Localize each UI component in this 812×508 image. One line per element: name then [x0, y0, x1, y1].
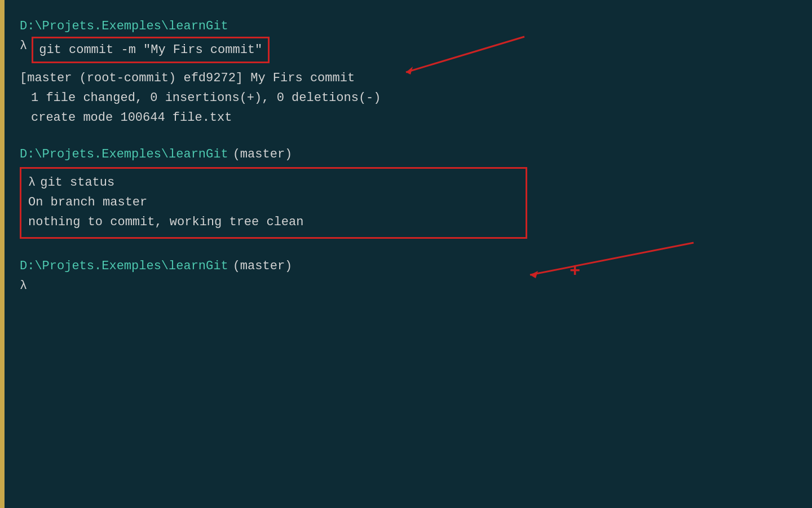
status-command-text: git status — [40, 173, 114, 192]
branch-text-3: (master) — [233, 257, 293, 275]
spacing-1 — [20, 128, 795, 145]
section-commit: D:\Projets.Exemples\learnGit λ git commi… — [20, 17, 795, 127]
final-prompt-line: λ — [20, 277, 795, 295]
status-output-1: On branch master — [28, 193, 519, 212]
status-output-box: λ git status On branch master nothing to… — [20, 167, 527, 239]
status-output-text-1: On branch master — [28, 193, 147, 212]
lambda-symbol-1: λ — [20, 37, 27, 55]
path-text-1: D:\Projets.Exemples\learnGit — [20, 17, 228, 36]
path-line-3: D:\Projets.Exemples\learnGit (master) — [20, 257, 795, 275]
status-output-2: nothing to commit, working tree clean — [28, 213, 519, 231]
lambda-symbol-3: λ — [20, 277, 27, 295]
output-line-3: create mode 100644 file.txt — [20, 108, 795, 127]
command-line-1: λ git commit -m "My Firs commit" — [20, 37, 795, 65]
path-line-1: D:\Projets.Exemples\learnGit — [20, 17, 795, 36]
left-accent-bar — [0, 0, 5, 508]
status-output-text-2: nothing to commit, working tree clean — [28, 213, 303, 231]
path-text-3: D:\Projets.Exemples\learnGit — [20, 257, 228, 275]
spacing-2 — [20, 240, 795, 257]
branch-text-2: (master) — [233, 145, 293, 164]
lambda-symbol-2: λ — [28, 173, 36, 192]
output-line-2: 1 file changed, 0 insertions(+), 0 delet… — [20, 89, 795, 107]
terminal-window: D:\Projets.Exemples\learnGit λ git commi… — [0, 0, 812, 508]
output-text-3: create mode 100644 file.txt — [31, 108, 232, 127]
path-line-2: D:\Projets.Exemples\learnGit (master) — [20, 145, 795, 164]
status-command-line: λ git status — [28, 173, 519, 192]
output-text-1: [master (root-commit) efd9272] My Firs c… — [20, 69, 355, 87]
section-status: D:\Projets.Exemples\learnGit (master) λ … — [20, 145, 795, 239]
commit-command-box: git commit -m "My Firs commit" — [32, 37, 270, 63]
output-text-2: 1 file changed, 0 insertions(+), 0 delet… — [31, 89, 381, 107]
section-final: D:\Projets.Exemples\learnGit (master) λ — [20, 257, 795, 295]
path-text-2: D:\Projets.Exemples\learnGit — [20, 145, 228, 164]
commit-command-text: git commit -m "My Firs commit" — [39, 43, 262, 57]
output-line-1: [master (root-commit) efd9272] My Firs c… — [20, 69, 795, 87]
